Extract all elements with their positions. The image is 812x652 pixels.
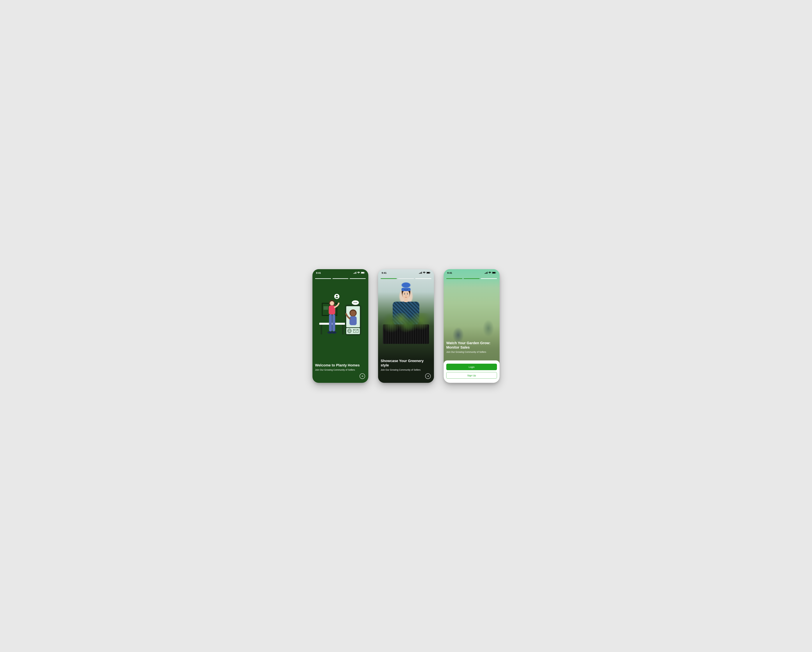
- svg-rect-41: [492, 272, 495, 273]
- battery-icon: [426, 272, 430, 274]
- svg-rect-23: [350, 316, 357, 325]
- content-block: Welcome to Planty Homes Join Our Growing…: [315, 363, 366, 372]
- onboarding-subtitle: Join Our Growing Community of Sellers: [315, 369, 366, 372]
- content-block: Showcase Your Greenery style Join Our Gr…: [381, 359, 431, 372]
- signup-button[interactable]: Sign Up: [446, 372, 497, 379]
- status-icons: [419, 272, 430, 274]
- photo-detail: [400, 288, 412, 305]
- content-block: Watch Your Garden Grow: Monitor Sales Jo…: [446, 341, 497, 353]
- status-bar: 9:41: [313, 269, 368, 276]
- onboarding-screen-3: 9:41 Watch Your Garden Grow: Monitor Sal…: [444, 269, 499, 383]
- progress-indicator: [446, 278, 497, 279]
- login-button[interactable]: Login: [446, 364, 497, 370]
- svg-rect-5: [342, 325, 343, 334]
- svg-rect-39: [430, 273, 430, 273]
- progress-seg-1: [381, 278, 397, 279]
- progress-seg-2: [464, 278, 480, 279]
- progress-seg-1: [315, 278, 331, 279]
- wifi-icon: [488, 272, 491, 274]
- status-icons: [353, 272, 365, 274]
- progress-seg-3: [415, 278, 431, 279]
- svg-rect-38: [427, 272, 430, 273]
- onboarding-title: Showcase Your Greenery style: [381, 359, 431, 367]
- onboarding-title: Watch Your Garden Grow: Monitor Sales: [446, 341, 497, 350]
- battery-icon: [492, 272, 496, 274]
- onboarding-subtitle: Join Our Growing Community of Sellers: [446, 350, 497, 353]
- status-bar: 9:41: [378, 269, 434, 276]
- svg-rect-42: [496, 273, 496, 273]
- svg-rect-4: [321, 325, 322, 334]
- onboarding-title: Welcome to Planty Homes: [315, 363, 366, 367]
- cellular-icon: [419, 272, 422, 274]
- svg-point-35: [407, 294, 408, 294]
- progress-indicator: [381, 278, 431, 279]
- svg-rect-36: [404, 299, 408, 302]
- svg-point-10: [330, 301, 334, 305]
- auth-sheet: Login Sign Up: [444, 360, 499, 383]
- svg-rect-1: [361, 272, 364, 273]
- next-button[interactable]: [425, 373, 431, 379]
- svg-point-34: [404, 294, 405, 294]
- svg-rect-20: [346, 328, 360, 334]
- screens-row: 9:41: [313, 269, 499, 383]
- arrow-right-icon: [361, 375, 363, 378]
- svg-rect-33: [401, 288, 411, 291]
- svg-point-25: [354, 302, 354, 303]
- svg-point-27: [356, 302, 357, 303]
- onboarding-screen-2: 9:41 Showcase Your Greenery style Join O…: [378, 269, 434, 383]
- status-time: 9:41: [316, 271, 321, 274]
- progress-seg-2: [333, 278, 348, 279]
- onboarding-screen-1: 9:41: [313, 269, 368, 383]
- hero-illustration: [313, 292, 368, 339]
- cellular-icon: [353, 272, 356, 274]
- progress-indicator: [315, 278, 366, 279]
- progress-seg-1: [446, 278, 462, 279]
- onboarding-subtitle: Join Our Growing Community of Sellers: [381, 369, 431, 372]
- status-time: 9:41: [447, 271, 452, 274]
- svg-rect-8: [324, 306, 328, 310]
- status-time: 9:41: [382, 271, 386, 274]
- progress-seg-2: [398, 278, 414, 279]
- svg-point-22: [350, 311, 356, 316]
- wifi-icon: [357, 272, 360, 274]
- svg-rect-12: [329, 314, 332, 331]
- svg-point-15: [331, 331, 336, 334]
- photo-detail: [381, 313, 431, 332]
- progress-seg-3: [350, 278, 366, 279]
- status-icons: [485, 272, 496, 274]
- battery-icon: [361, 272, 365, 274]
- svg-point-17: [336, 295, 337, 297]
- next-button[interactable]: [360, 373, 365, 379]
- svg-point-26: [355, 302, 356, 303]
- arrow-right-icon: [427, 375, 429, 378]
- progress-seg-3: [481, 278, 497, 279]
- status-bar: 9:41: [444, 269, 499, 276]
- wifi-icon: [423, 272, 426, 274]
- cellular-icon: [485, 272, 487, 274]
- svg-rect-13: [332, 314, 335, 331]
